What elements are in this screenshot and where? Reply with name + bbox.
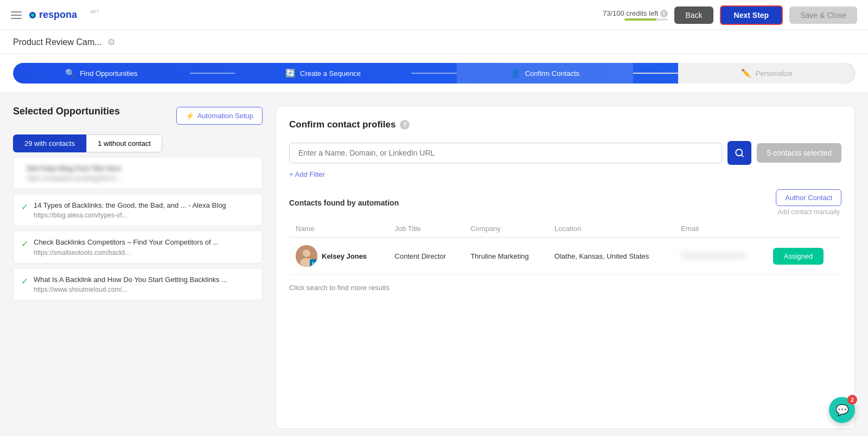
header-left: respona BETA xyxy=(11,7,99,24)
assigned-button[interactable]: Assigned xyxy=(773,248,824,265)
contact-location: Olathe, Kansas, United States xyxy=(548,238,674,275)
svg-text:respona: respona xyxy=(39,9,78,20)
step-connector-1 xyxy=(190,73,235,74)
search-input[interactable] xyxy=(289,143,722,163)
svg-line-5 xyxy=(742,155,743,156)
col-header-action xyxy=(767,220,841,238)
check-icon: ✓ xyxy=(21,202,28,212)
contact-name: Kelsey Jones xyxy=(322,252,367,260)
contact-email xyxy=(674,238,766,275)
opp-title: 14 Types of Backlinks: the Good, the Bad… xyxy=(34,201,254,210)
credits-text: 73/100 credits left xyxy=(603,9,659,17)
right-panel: Confirm contact profiles ? 5 contacts se… xyxy=(276,106,855,429)
automation-setup-button[interactable]: ⚡ Automation Setup xyxy=(176,107,263,125)
linkedin-badge: in xyxy=(310,259,317,267)
back-button[interactable]: Back xyxy=(674,7,713,24)
step-create-sequence[interactable]: 🔄 Create a Sequence xyxy=(235,63,412,84)
help-icon[interactable]: ? xyxy=(400,120,410,130)
save-close-button[interactable]: Save & Close xyxy=(789,7,857,24)
author-contact-section: Author Contact Add contact manually xyxy=(776,189,841,216)
automation-setup-label: Automation Setup xyxy=(197,112,253,120)
opp-title: What Is A Backlink and How Do You Start … xyxy=(34,275,254,285)
credits-bar-fill xyxy=(624,18,656,21)
create-sequence-icon: 🔄 xyxy=(285,68,296,78)
col-header-name: Name xyxy=(289,220,388,238)
step-personalize[interactable]: ✏️ Personalize xyxy=(678,63,855,84)
opp-content: Neil Patel Blog Post Title Here https://… xyxy=(27,164,254,182)
chat-icon: 💬 xyxy=(835,403,849,416)
step-confirm-contacts[interactable]: 👤 Confirm Contacts xyxy=(457,63,634,84)
col-header-job: Job Title xyxy=(388,220,464,238)
main-content: Selected Opportunities ⚡ Automation Setu… xyxy=(0,93,868,436)
opp-content: Check Backlinks Competitors – Find Your … xyxy=(34,238,254,256)
opp-content: What Is A Backlink and How Do You Start … xyxy=(34,275,254,293)
list-item[interactable]: ✓ 14 Types of Backlinks: the Good, the B… xyxy=(13,194,263,226)
opp-url: https://neilpatel.com/blog/link-b... xyxy=(27,175,254,182)
email-blurred xyxy=(681,252,746,259)
col-header-location: Location xyxy=(548,220,674,238)
confirm-title-text: Confirm contact profiles xyxy=(289,119,395,130)
confirm-contacts-icon: 👤 xyxy=(510,68,521,78)
contacts-selected-button[interactable]: 5 contacts selected xyxy=(757,143,841,163)
personalize-icon: ✏️ xyxy=(741,68,751,78)
contacts-table: Name Job Title Company Location Email xyxy=(289,220,841,275)
hamburger-icon[interactable] xyxy=(11,11,22,19)
chat-bubble[interactable]: 💬 2 xyxy=(829,397,855,423)
credits-info: 73/100 credits left ℹ xyxy=(603,9,668,21)
click-search-hint: Click search to find more results xyxy=(289,284,841,292)
col-header-company: Company xyxy=(464,220,548,238)
step-connector-3 xyxy=(633,73,678,74)
logo: respona BETA xyxy=(28,7,99,24)
left-panel: Selected Opportunities ⚡ Automation Setu… xyxy=(13,106,263,429)
confirm-title: Confirm contact profiles ? xyxy=(289,119,410,130)
confirm-contacts-label: Confirm Contacts xyxy=(525,69,579,78)
tab-with-contacts[interactable]: 29 with contacts xyxy=(13,134,86,152)
avatar: in xyxy=(296,245,317,267)
add-contact-manually-label: Add contact manually xyxy=(776,208,841,216)
section-title: Selected Opportunities xyxy=(13,106,120,117)
progress-steps: 🔍 Find Opportunities 🔄 Create a Sequence… xyxy=(13,63,855,84)
check-icon: ✓ xyxy=(21,239,28,249)
opp-url: https://blog.alexa.com/types-of... xyxy=(34,211,254,219)
contact-name-cell: in Kelsey Jones xyxy=(289,238,388,275)
search-input-wrap xyxy=(289,143,722,163)
tab-without-contact[interactable]: 1 without contact xyxy=(86,134,162,152)
col-header-email: Email xyxy=(674,220,766,238)
svg-text:BETA: BETA xyxy=(91,9,99,14)
search-button[interactable] xyxy=(727,141,751,165)
check-icon: ✓ xyxy=(21,276,28,286)
add-filter[interactable]: + Add Filter xyxy=(289,170,841,178)
contacts-found-label: Contacts found by automation xyxy=(289,198,399,207)
subheader: Product Review Cam... ⚙ xyxy=(0,30,868,54)
opp-content: 14 Types of Backlinks: the Good, the Bad… xyxy=(34,201,254,219)
gear-icon[interactable]: ⚙ xyxy=(107,37,115,47)
right-panel-header: Confirm contact profiles ? xyxy=(289,119,841,130)
table-row: in Kelsey Jones Content Director Thrulin… xyxy=(289,238,841,275)
progress-section: 🔍 Find Opportunities 🔄 Create a Sequence… xyxy=(0,54,868,93)
find-opportunities-icon: 🔍 xyxy=(65,68,75,78)
personalize-label: Personalize xyxy=(756,69,793,78)
chat-badge: 2 xyxy=(847,395,857,405)
opportunity-list: Neil Patel Blog Post Title Here https://… xyxy=(13,157,263,300)
selected-opps-header: Selected Opportunities ⚡ Automation Setu… xyxy=(13,106,263,126)
svg-point-7 xyxy=(303,249,310,257)
list-item[interactable]: ✓ What Is A Backlink and How Do You Star… xyxy=(13,268,263,300)
list-item[interactable]: Neil Patel Blog Post Title Here https://… xyxy=(13,157,263,189)
credits-bar xyxy=(624,18,668,21)
svg-point-1 xyxy=(31,14,34,17)
table-header-row: Name Job Title Company Location Email xyxy=(289,220,841,238)
contact-job-title: Content Director xyxy=(388,238,464,275)
header: respona BETA 73/100 credits left ℹ Back … xyxy=(0,0,868,30)
contacts-found-header: Contacts found by automation Author Cont… xyxy=(289,189,841,216)
search-row: 5 contacts selected xyxy=(289,141,841,165)
next-step-button[interactable]: Next Step xyxy=(720,5,783,25)
opp-title: Check Backlinks Competitors – Find Your … xyxy=(34,238,254,247)
step-connector-2 xyxy=(411,73,456,74)
find-opportunities-label: Find Opportunities xyxy=(80,69,137,78)
credits-info-icon[interactable]: ℹ xyxy=(660,10,668,17)
step-find-opportunities[interactable]: 🔍 Find Opportunities xyxy=(13,63,190,84)
opp-title: Neil Patel Blog Post Title Here xyxy=(27,164,254,174)
list-item[interactable]: ✓ Check Backlinks Competitors – Find You… xyxy=(13,230,263,263)
author-contact-button[interactable]: Author Contact xyxy=(776,189,841,206)
contact-company: Thruline Marketing xyxy=(464,238,548,275)
